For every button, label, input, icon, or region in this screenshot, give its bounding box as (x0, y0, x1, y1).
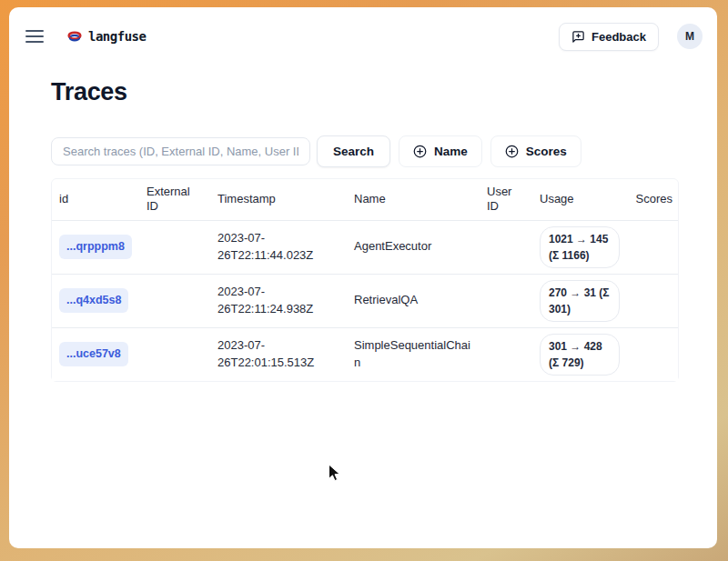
filter-scores-button[interactable]: Scores (490, 135, 581, 167)
trace-id-link[interactable]: ...q4xd5s8 (59, 288, 128, 312)
trace-id-link[interactable]: ...qrpppm8 (59, 235, 132, 258)
trace-id-link[interactable]: ...uce57v8 (59, 342, 128, 366)
feedback-bubble-icon (571, 30, 585, 44)
usage-badge: 270 → 31 (Σ 301) (540, 280, 620, 322)
search-button[interactable]: Search (317, 135, 390, 167)
usage-badge: 1021 → 145 (Σ 1166) (540, 226, 620, 268)
langfuse-logo-icon (67, 31, 82, 43)
col-header-user-id: User ID (480, 179, 532, 220)
toolbar: Search Name Scores (51, 135, 679, 167)
traces-table: id External ID Timestamp Name User ID Us… (51, 178, 679, 382)
col-header-id: id (52, 186, 139, 212)
feedback-label: Feedback (592, 30, 646, 44)
filter-scores-label: Scores (526, 145, 567, 158)
col-header-scores: Scores (627, 186, 680, 212)
filter-name-label: Name (434, 145, 468, 158)
external-id-cell (139, 296, 210, 306)
id-cell: ...q4xd5s8 (52, 283, 139, 317)
col-header-timestamp: Timestamp (210, 186, 347, 212)
page-title: Traces (51, 78, 679, 106)
table-header-row: id External ID Timestamp Name User ID Us… (52, 179, 678, 221)
usage-badge: 301 → 428 (Σ 729) (540, 334, 620, 376)
feedback-button[interactable]: Feedback (559, 23, 659, 51)
app-bar: langfuse Feedback M (9, 7, 717, 60)
col-header-usage: Usage (532, 186, 627, 212)
col-header-external-id: External ID (139, 179, 210, 220)
timestamp-cell: 2023-07-26T22:11:44.023Z (210, 225, 347, 270)
brand[interactable]: langfuse (67, 29, 146, 44)
user-id-cell (480, 296, 532, 306)
timestamp-cell: 2023-07-26T22:11:24.938Z (210, 278, 347, 324)
user-id-cell (480, 349, 532, 360)
timestamp-cell: 2023-07-26T22:01:15.513Z (210, 332, 347, 377)
avatar-initial: M (685, 30, 694, 43)
menu-icon[interactable] (25, 30, 44, 43)
usage-cell: 1021 → 145 (Σ 1166) (532, 221, 627, 274)
app-window: langfuse Feedback M Traces Search (9, 7, 717, 548)
brand-name: langfuse (88, 29, 146, 44)
table-row[interactable]: ...uce57v8 2023-07-26T22:01:15.513Z Simp… (52, 328, 678, 381)
col-header-name: Name (347, 186, 480, 212)
usage-cell: 301 → 428 (Σ 729) (532, 328, 627, 381)
usage-cell: 270 → 31 (Σ 301) (532, 275, 627, 327)
avatar[interactable]: M (677, 24, 703, 49)
external-id-cell (139, 349, 210, 360)
scores-cell (627, 242, 680, 253)
scores-cell (627, 296, 680, 306)
user-id-cell (480, 242, 532, 253)
plus-circle-icon (413, 145, 427, 158)
filter-name-button[interactable]: Name (399, 135, 482, 167)
scores-cell (627, 349, 680, 360)
name-cell: AgentExecutor (347, 233, 480, 261)
name-cell: RetrievalQA (347, 286, 480, 315)
table-row[interactable]: ...qrpppm8 2023-07-26T22:11:44.023Z Agen… (52, 221, 678, 275)
table-row[interactable]: ...q4xd5s8 2023-07-26T22:11:24.938Z Retr… (52, 275, 678, 328)
name-cell: SimpleSequentialChain (347, 332, 480, 377)
table-body: ...qrpppm8 2023-07-26T22:11:44.023Z Agen… (52, 221, 678, 381)
external-id-cell (139, 242, 210, 253)
plus-circle-icon (505, 145, 519, 158)
id-cell: ...uce57v8 (52, 336, 139, 371)
id-cell: ...qrpppm8 (52, 229, 139, 264)
main-content: Traces Search Name Scores (9, 60, 679, 382)
search-input[interactable] (51, 137, 310, 165)
